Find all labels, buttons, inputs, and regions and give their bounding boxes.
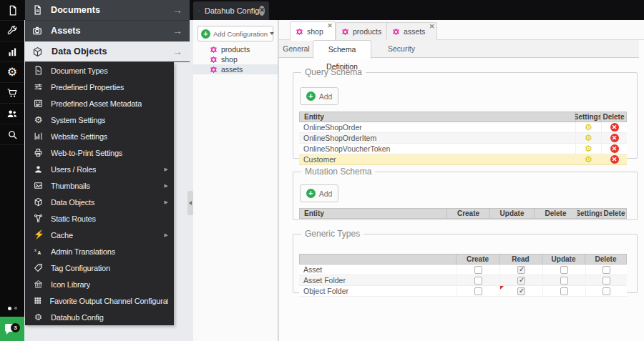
menu-item-predefined-properties[interactable]: Predefined Properties <box>25 79 174 95</box>
column-header-delete[interactable]: Delete <box>601 112 627 122</box>
delete-icon[interactable]: ✕ <box>610 155 619 164</box>
menu-item-predefined-asset-metadata[interactable]: Predefined Asset Metadata <box>25 95 174 112</box>
checkbox-read[interactable] <box>517 277 525 285</box>
menu-item-tag-configuration[interactable]: Tag Configuration <box>25 260 174 276</box>
table-row[interactable]: Customer ⚙ ✕ <box>299 154 627 165</box>
checkbox-read[interactable] <box>517 287 525 295</box>
menu-section-data-objects[interactable]: Data Objects → <box>25 41 190 62</box>
type-label-cell: Object Folder <box>299 286 457 296</box>
settings-gear-icon[interactable]: ⚙ <box>585 155 592 164</box>
menu-item-system-settings[interactable]: ⚙ System Settings <box>25 112 174 128</box>
rail-tools-icon[interactable] <box>0 21 24 41</box>
checkbox-update[interactable] <box>560 277 568 285</box>
menu-section-documents[interactable]: Documents → <box>25 0 190 21</box>
column-header-entity[interactable]: Entity <box>299 208 447 219</box>
generic-types-table: Create Read Update Delete Asset <box>299 254 627 297</box>
rail-settings-icon[interactable]: ⚙ <box>0 62 24 83</box>
column-header-read[interactable]: Read <box>499 254 542 265</box>
editor-panel: shop ✕ products ✕ assets ✕ General Schem… <box>278 20 644 341</box>
checkbox-update[interactable] <box>560 287 568 295</box>
menu-item-admin-translations[interactable]: x̄A Admin Translations <box>25 243 174 260</box>
chevron-down-icon[interactable] <box>270 32 274 35</box>
tab-shop[interactable]: shop ✕ <box>290 21 336 41</box>
checkbox-delete[interactable] <box>602 277 610 285</box>
menu-item-icon-library[interactable]: Icon Library <box>25 276 174 292</box>
checkbox-create[interactable] <box>474 277 482 285</box>
column-header-delete[interactable]: Delete <box>585 254 627 265</box>
table-row[interactable]: OnlineShopOrderItem ⚙ ✕ <box>299 133 627 144</box>
menu-item-document-types[interactable]: Document Types <box>25 62 174 79</box>
add-configuration-button[interactable]: + Add Configuration <box>197 26 273 41</box>
left-icon-rail: ⚙ 3 <box>0 0 24 341</box>
window-tab-datahub-config[interactable]: Datahub Config ✕ <box>193 1 269 20</box>
menu-item-web-to-print-settings[interactable]: Web-to-Print Settings <box>25 144 174 161</box>
column-header-update[interactable]: Update <box>542 254 585 265</box>
menu-item-label: Document Types <box>51 66 108 75</box>
pimcore-admin-screen: Datahub Config ✕ ⚙ <box>0 0 644 341</box>
menu-section-assets[interactable]: Assets → <box>25 21 190 41</box>
menu-item-data-objects[interactable]: Data Objects ▶ <box>25 194 174 210</box>
checkbox-delete[interactable] <box>602 266 610 274</box>
tree-item-assets[interactable]: assets <box>193 64 278 74</box>
column-header-settings[interactable]: Settings <box>577 208 602 219</box>
submenu-arrow-icon: ▶ <box>165 167 168 172</box>
printer-icon <box>34 148 43 157</box>
tab-products[interactable]: products ✕ <box>336 22 394 40</box>
window-tab-close-icon[interactable]: ✕ <box>259 6 265 16</box>
column-header-create[interactable]: Create <box>447 208 490 219</box>
subtab-schema-definition[interactable]: Schema Definition <box>313 40 371 59</box>
panel-collapse-handle[interactable] <box>187 191 193 215</box>
delete-icon[interactable]: ✕ <box>610 123 619 132</box>
column-header-create[interactable]: Create <box>457 254 499 265</box>
settings-gear-icon[interactable]: ⚙ <box>585 134 592 142</box>
menu-item-users-roles[interactable]: Users / Roles ▶ <box>25 161 174 177</box>
delete-icon[interactable]: ✕ <box>610 144 619 153</box>
table-row[interactable]: OnlineShopVoucherToken ⚙ ✕ <box>299 144 627 154</box>
column-header-update[interactable]: Update <box>490 208 535 219</box>
menu-item-website-settings[interactable]: Website Settings <box>25 128 174 144</box>
checkbox-update[interactable] <box>560 266 568 274</box>
table-row[interactable]: OnlineShopOrder ⚙ ✕ <box>299 122 627 133</box>
rail-documents-icon[interactable] <box>0 0 24 21</box>
column-header-entity[interactable]: Entity <box>299 112 575 122</box>
column-header-delete[interactable]: Delete <box>535 208 577 219</box>
table-row[interactable]: Asset Folder <box>299 275 627 286</box>
menu-item-cache[interactable]: ⚡ Cache ▶ <box>25 227 174 243</box>
tree-item-shop[interactable]: shop <box>193 54 278 64</box>
query-schema-add-button[interactable]: + Add <box>300 87 338 105</box>
checkbox-delete[interactable] <box>602 287 610 295</box>
menu-item-label: System Settings <box>51 116 105 124</box>
settings-gear-icon[interactable]: ⚙ <box>585 144 592 153</box>
menu-item-favorite-output-channel-configurations[interactable]: Favorite Output Channel Configurations <box>25 292 174 309</box>
menu-item-label: Predefined Properties <box>51 83 124 92</box>
table-row[interactable]: Object Folder <box>299 286 627 297</box>
dot-icon <box>14 307 17 310</box>
delete-icon[interactable]: ✕ <box>610 134 619 142</box>
table-row[interactable]: Asset <box>299 265 627 275</box>
plus-icon: + <box>306 92 316 101</box>
column-header-delete[interactable]: Delete <box>602 208 627 219</box>
dirty-cell-marker <box>500 286 504 290</box>
rail-users-icon[interactable] <box>0 104 24 124</box>
menu-item-thumbnails[interactable]: Thumbnails ▶ <box>25 177 174 194</box>
tab-assets[interactable]: assets ✕ <box>386 22 437 40</box>
settings-gear-icon[interactable]: ⚙ <box>585 123 592 132</box>
rail-reports-icon[interactable] <box>0 41 24 62</box>
checkbox-create[interactable] <box>474 266 482 274</box>
checkbox-create[interactable] <box>474 287 482 295</box>
graphql-icon <box>210 66 218 74</box>
rail-ecommerce-icon[interactable] <box>0 83 24 104</box>
menu-item-static-routes[interactable]: Static Routes <box>25 210 174 227</box>
chat-button[interactable]: 3 <box>0 317 24 341</box>
rail-search-icon[interactable] <box>0 124 24 145</box>
checkbox-read[interactable] <box>517 266 525 274</box>
tree-item-products[interactable]: products <box>193 44 278 54</box>
tab-close-icon[interactable]: ✕ <box>327 23 333 29</box>
mutation-schema-add-button[interactable]: + Add <box>300 184 338 202</box>
menu-item-label: Admin Translations <box>51 247 115 256</box>
subtab-general[interactable]: General <box>280 40 312 58</box>
subtab-security-definition[interactable]: Security Definition <box>373 40 430 58</box>
tab-close-icon[interactable]: ✕ <box>429 24 435 30</box>
menu-item-datahub-config[interactable]: Datahub Config <box>25 309 174 325</box>
column-header-settings[interactable]: Settings <box>575 112 601 122</box>
